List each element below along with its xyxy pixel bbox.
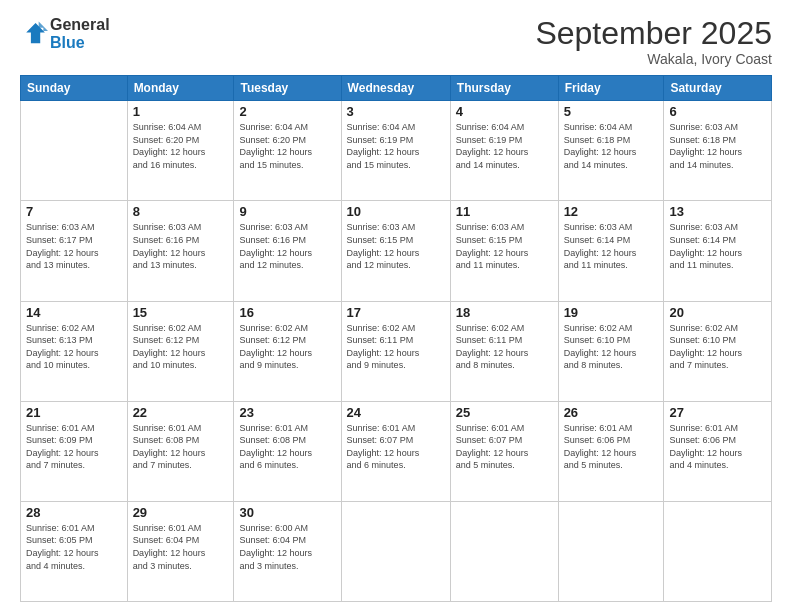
day-number: 28	[26, 505, 122, 520]
day-number: 26	[564, 405, 659, 420]
calendar-cell	[450, 501, 558, 601]
day-number: 10	[347, 204, 445, 219]
day-number: 29	[133, 505, 229, 520]
calendar-cell: 15Sunrise: 6:02 AM Sunset: 6:12 PM Dayli…	[127, 301, 234, 401]
day-info: Sunrise: 6:01 AM Sunset: 6:05 PM Dayligh…	[26, 522, 122, 572]
calendar-cell: 26Sunrise: 6:01 AM Sunset: 6:06 PM Dayli…	[558, 401, 664, 501]
day-info: Sunrise: 6:01 AM Sunset: 6:06 PM Dayligh…	[564, 422, 659, 472]
calendar-cell: 16Sunrise: 6:02 AM Sunset: 6:12 PM Dayli…	[234, 301, 341, 401]
calendar-week-5: 28Sunrise: 6:01 AM Sunset: 6:05 PM Dayli…	[21, 501, 772, 601]
day-info: Sunrise: 6:02 AM Sunset: 6:10 PM Dayligh…	[564, 322, 659, 372]
day-number: 14	[26, 305, 122, 320]
calendar-cell: 9Sunrise: 6:03 AM Sunset: 6:16 PM Daylig…	[234, 201, 341, 301]
day-info: Sunrise: 6:01 AM Sunset: 6:09 PM Dayligh…	[26, 422, 122, 472]
day-info: Sunrise: 6:04 AM Sunset: 6:20 PM Dayligh…	[239, 121, 335, 171]
day-number: 21	[26, 405, 122, 420]
calendar-week-3: 14Sunrise: 6:02 AM Sunset: 6:13 PM Dayli…	[21, 301, 772, 401]
day-number: 2	[239, 104, 335, 119]
day-number: 8	[133, 204, 229, 219]
day-info: Sunrise: 6:04 AM Sunset: 6:19 PM Dayligh…	[456, 121, 553, 171]
day-number: 27	[669, 405, 766, 420]
calendar-cell: 3Sunrise: 6:04 AM Sunset: 6:19 PM Daylig…	[341, 101, 450, 201]
calendar-cell: 22Sunrise: 6:01 AM Sunset: 6:08 PM Dayli…	[127, 401, 234, 501]
day-header-tuesday: Tuesday	[234, 76, 341, 101]
calendar-cell	[341, 501, 450, 601]
calendar-cell: 25Sunrise: 6:01 AM Sunset: 6:07 PM Dayli…	[450, 401, 558, 501]
calendar-cell: 14Sunrise: 6:02 AM Sunset: 6:13 PM Dayli…	[21, 301, 128, 401]
page: General Blue September 2025 Wakala, Ivor…	[0, 0, 792, 612]
calendar-cell: 30Sunrise: 6:00 AM Sunset: 6:04 PM Dayli…	[234, 501, 341, 601]
day-number: 16	[239, 305, 335, 320]
day-info: Sunrise: 6:04 AM Sunset: 6:20 PM Dayligh…	[133, 121, 229, 171]
day-info: Sunrise: 6:01 AM Sunset: 6:08 PM Dayligh…	[239, 422, 335, 472]
day-info: Sunrise: 6:01 AM Sunset: 6:06 PM Dayligh…	[669, 422, 766, 472]
calendar-week-1: 1Sunrise: 6:04 AM Sunset: 6:20 PM Daylig…	[21, 101, 772, 201]
calendar-cell: 20Sunrise: 6:02 AM Sunset: 6:10 PM Dayli…	[664, 301, 772, 401]
day-number: 23	[239, 405, 335, 420]
day-number: 5	[564, 104, 659, 119]
day-number: 13	[669, 204, 766, 219]
logo-general: General	[50, 16, 110, 34]
title-block: September 2025 Wakala, Ivory Coast	[535, 16, 772, 67]
calendar-cell: 28Sunrise: 6:01 AM Sunset: 6:05 PM Dayli…	[21, 501, 128, 601]
day-header-row: SundayMondayTuesdayWednesdayThursdayFrid…	[21, 76, 772, 101]
logo: General Blue	[20, 16, 110, 51]
day-info: Sunrise: 6:02 AM Sunset: 6:11 PM Dayligh…	[347, 322, 445, 372]
day-info: Sunrise: 6:01 AM Sunset: 6:04 PM Dayligh…	[133, 522, 229, 572]
calendar-cell: 17Sunrise: 6:02 AM Sunset: 6:11 PM Dayli…	[341, 301, 450, 401]
day-info: Sunrise: 6:02 AM Sunset: 6:10 PM Dayligh…	[669, 322, 766, 372]
calendar-cell: 10Sunrise: 6:03 AM Sunset: 6:15 PM Dayli…	[341, 201, 450, 301]
calendar-body: 1Sunrise: 6:04 AM Sunset: 6:20 PM Daylig…	[21, 101, 772, 602]
day-number: 20	[669, 305, 766, 320]
calendar-week-4: 21Sunrise: 6:01 AM Sunset: 6:09 PM Dayli…	[21, 401, 772, 501]
day-number: 4	[456, 104, 553, 119]
calendar-cell: 11Sunrise: 6:03 AM Sunset: 6:15 PM Dayli…	[450, 201, 558, 301]
calendar-cell	[558, 501, 664, 601]
day-info: Sunrise: 6:01 AM Sunset: 6:07 PM Dayligh…	[456, 422, 553, 472]
day-info: Sunrise: 6:03 AM Sunset: 6:15 PM Dayligh…	[347, 221, 445, 271]
month-title: September 2025	[535, 16, 772, 51]
calendar-cell: 18Sunrise: 6:02 AM Sunset: 6:11 PM Dayli…	[450, 301, 558, 401]
logo-icon	[20, 20, 48, 48]
day-number: 12	[564, 204, 659, 219]
calendar-cell: 7Sunrise: 6:03 AM Sunset: 6:17 PM Daylig…	[21, 201, 128, 301]
calendar-cell: 2Sunrise: 6:04 AM Sunset: 6:20 PM Daylig…	[234, 101, 341, 201]
calendar-cell: 6Sunrise: 6:03 AM Sunset: 6:18 PM Daylig…	[664, 101, 772, 201]
day-number: 24	[347, 405, 445, 420]
day-number: 15	[133, 305, 229, 320]
calendar-cell	[21, 101, 128, 201]
logo-blue: Blue	[50, 34, 110, 52]
day-number: 7	[26, 204, 122, 219]
day-info: Sunrise: 6:04 AM Sunset: 6:18 PM Dayligh…	[564, 121, 659, 171]
day-number: 9	[239, 204, 335, 219]
day-number: 17	[347, 305, 445, 320]
day-number: 30	[239, 505, 335, 520]
day-info: Sunrise: 6:03 AM Sunset: 6:16 PM Dayligh…	[239, 221, 335, 271]
day-number: 6	[669, 104, 766, 119]
day-info: Sunrise: 6:02 AM Sunset: 6:11 PM Dayligh…	[456, 322, 553, 372]
day-info: Sunrise: 6:01 AM Sunset: 6:08 PM Dayligh…	[133, 422, 229, 472]
day-info: Sunrise: 6:01 AM Sunset: 6:07 PM Dayligh…	[347, 422, 445, 472]
day-info: Sunrise: 6:03 AM Sunset: 6:15 PM Dayligh…	[456, 221, 553, 271]
logo-text: General Blue	[50, 16, 110, 51]
calendar: SundayMondayTuesdayWednesdayThursdayFrid…	[20, 75, 772, 602]
calendar-cell: 8Sunrise: 6:03 AM Sunset: 6:16 PM Daylig…	[127, 201, 234, 301]
day-info: Sunrise: 6:03 AM Sunset: 6:17 PM Dayligh…	[26, 221, 122, 271]
day-number: 18	[456, 305, 553, 320]
calendar-cell: 4Sunrise: 6:04 AM Sunset: 6:19 PM Daylig…	[450, 101, 558, 201]
day-number: 22	[133, 405, 229, 420]
calendar-cell: 27Sunrise: 6:01 AM Sunset: 6:06 PM Dayli…	[664, 401, 772, 501]
calendar-cell	[664, 501, 772, 601]
day-header-friday: Friday	[558, 76, 664, 101]
day-header-wednesday: Wednesday	[341, 76, 450, 101]
location-subtitle: Wakala, Ivory Coast	[535, 51, 772, 67]
day-number: 1	[133, 104, 229, 119]
calendar-cell: 12Sunrise: 6:03 AM Sunset: 6:14 PM Dayli…	[558, 201, 664, 301]
day-info: Sunrise: 6:02 AM Sunset: 6:12 PM Dayligh…	[133, 322, 229, 372]
calendar-cell: 1Sunrise: 6:04 AM Sunset: 6:20 PM Daylig…	[127, 101, 234, 201]
calendar-cell: 29Sunrise: 6:01 AM Sunset: 6:04 PM Dayli…	[127, 501, 234, 601]
day-info: Sunrise: 6:00 AM Sunset: 6:04 PM Dayligh…	[239, 522, 335, 572]
calendar-cell: 13Sunrise: 6:03 AM Sunset: 6:14 PM Dayli…	[664, 201, 772, 301]
day-header-sunday: Sunday	[21, 76, 128, 101]
day-header-monday: Monday	[127, 76, 234, 101]
